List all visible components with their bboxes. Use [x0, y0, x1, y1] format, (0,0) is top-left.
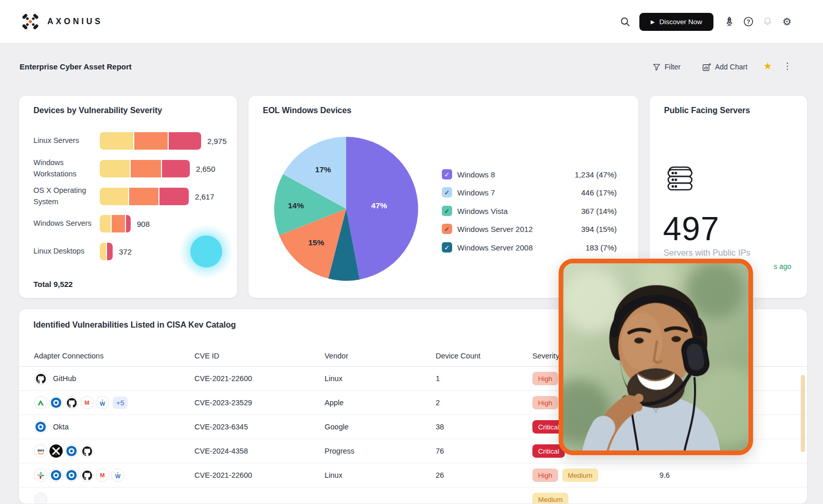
bar-value-label: 372	[119, 247, 132, 256]
x-adapter-icon	[49, 444, 63, 458]
eol-card-title: EOL Windows Devices	[263, 106, 351, 115]
severity-badge: Medium	[562, 469, 598, 482]
page-title: Enterprise Cyber Asset Report	[20, 62, 132, 71]
brand-name: AXONIUS	[47, 17, 103, 26]
github-adapter-icon	[65, 396, 78, 409]
discover-now-button[interactable]: ▶ Discover Now	[639, 13, 713, 31]
bar-segment[interactable]	[130, 160, 161, 177]
bell-icon[interactable]	[758, 12, 777, 31]
bar-segment[interactable]	[111, 215, 125, 232]
presenter-video-overlay[interactable]	[559, 259, 753, 455]
bar-category-label: Linux Servers	[33, 135, 96, 147]
stacked-bar[interactable]	[100, 243, 113, 260]
bar-segment[interactable]	[128, 188, 158, 205]
bar-value-label: 2,650	[196, 165, 216, 173]
aws-adapter-icon: aws	[34, 444, 47, 458]
stacked-bar[interactable]	[100, 215, 131, 232]
github-adapter-icon	[80, 469, 94, 482]
device-count-cell: 1	[436, 374, 440, 383]
legend-checkbox[interactable]: ✓	[442, 169, 452, 179]
vendor-cell: Google	[325, 423, 349, 431]
gear-icon[interactable]: ⚙	[778, 12, 796, 31]
stacked-bar[interactable]	[100, 132, 201, 150]
adapter-name-label: Okta	[53, 423, 69, 431]
search-icon[interactable]	[616, 12, 634, 31]
legend-label: Windows Server 2012	[457, 225, 581, 233]
okta-adapter-icon	[49, 396, 63, 409]
pie-slice-label: 17%	[315, 165, 331, 174]
column-header[interactable]: Adapter Connections	[34, 352, 103, 360]
pie-slice-label: 15%	[308, 238, 324, 247]
cursor-pulse-highlight	[180, 225, 233, 278]
column-header[interactable]: Severity	[532, 352, 559, 360]
vendor-cell: Linux	[325, 374, 343, 383]
bar-segment[interactable]	[100, 132, 133, 150]
svg-text:?: ?	[747, 19, 750, 25]
stacked-bar[interactable]	[100, 188, 189, 205]
legend-checkbox[interactable]: ✓	[442, 242, 452, 253]
column-header[interactable]: CVE ID	[194, 352, 219, 360]
legend-row: ✓Windows Server 2008183 (7%)	[442, 242, 617, 253]
cursor-pulse-core	[190, 236, 222, 267]
severity-cell: HighMedium	[532, 469, 598, 482]
severity-badge: High	[532, 396, 558, 409]
legend-value: 394 (15%)	[581, 225, 617, 233]
severity-cell: High	[532, 372, 558, 385]
pie-slice-label: 47%	[371, 201, 387, 210]
bar-segment[interactable]	[100, 243, 106, 260]
bar-segment[interactable]	[158, 188, 189, 205]
column-header[interactable]: Device Count	[436, 352, 480, 360]
bar-segment[interactable]	[133, 132, 168, 150]
bar-segment[interactable]	[168, 132, 201, 150]
okta-adapter-icon	[49, 469, 63, 482]
legend-checkbox[interactable]: ✓	[442, 224, 452, 234]
adapter-connections-cell: GitHub	[34, 372, 76, 385]
vulnerability-table-row[interactable]: Medium	[19, 488, 807, 504]
slack-adapter-icon	[34, 469, 47, 482]
updated-timestamp-fragment: s ago	[774, 262, 791, 271]
bar-segment[interactable]	[100, 188, 128, 205]
bar-segment[interactable]	[100, 215, 111, 232]
severity-cell: Medium	[532, 493, 568, 504]
favorite-star-icon[interactable]: ★	[763, 60, 772, 72]
more-adapters-chip[interactable]: +5	[113, 397, 128, 409]
filter-button[interactable]: Filter	[652, 61, 681, 73]
legend-checkbox[interactable]: ✓	[442, 206, 452, 216]
legend-label: Windows 8	[457, 170, 575, 179]
svg-text:aws: aws	[37, 448, 44, 452]
discover-now-label: Discover Now	[659, 18, 702, 26]
bar-value-label: 2,975	[207, 137, 227, 146]
more-options-kebab-icon[interactable]: ⋮	[783, 61, 792, 71]
axonius-logo[interactable]: AXONIUS	[20, 11, 103, 32]
green-a-adapter-icon	[34, 396, 47, 409]
bar-segment[interactable]	[106, 243, 113, 260]
stacked-bar[interactable]	[100, 160, 190, 177]
rocket-icon[interactable]	[720, 12, 739, 31]
cve-id-cell: CVE-2021-22600	[194, 471, 252, 479]
bar-segment[interactable]	[161, 160, 190, 177]
table-scrollbar[interactable]	[801, 375, 805, 452]
help-icon[interactable]: ?	[739, 12, 758, 31]
score-cell: 9.6	[626, 471, 703, 479]
bar-segment[interactable]	[100, 160, 130, 177]
add-chart-button[interactable]: Add Chart	[702, 61, 747, 73]
vendor-cell: Apple	[325, 399, 344, 407]
legend-checkbox[interactable]: ✓	[442, 187, 452, 197]
cve-id-cell: CVE-2021-22600	[194, 374, 252, 383]
github-adapter-icon	[34, 372, 47, 385]
severity-badge: High	[532, 469, 558, 482]
pie-slice-label: 14%	[288, 201, 304, 210]
adapter-connections-cell	[34, 493, 47, 504]
vendor-cell: Progress	[325, 447, 354, 455]
legend-label: Windows Vista	[457, 207, 581, 215]
legend-label: Windows 7	[457, 188, 581, 197]
server-stack-icon	[663, 161, 697, 197]
device-count-cell: 38	[436, 423, 444, 431]
severity-cell: High	[532, 396, 558, 409]
bar-segment[interactable]	[125, 215, 131, 232]
vulnerability-table-row[interactable]: MWCVE-2021-22600Linux26HighMedium9.6	[19, 463, 807, 488]
bar-category-label: Linux Desktops	[33, 246, 96, 257]
column-header[interactable]: Vendor	[325, 352, 348, 360]
eol-pie-chart: 47%15%14%17%	[274, 137, 418, 286]
okta-adapter-icon	[34, 420, 47, 434]
